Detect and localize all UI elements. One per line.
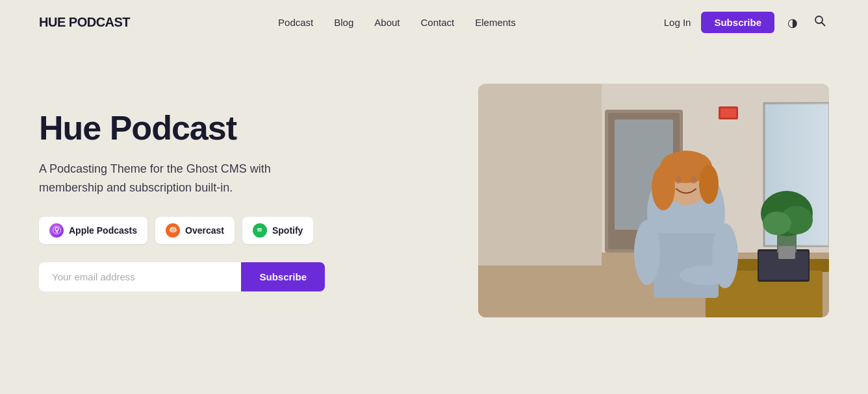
subscribe-form-button[interactable]: Subscribe: [241, 262, 325, 291]
hero-image: [478, 84, 829, 317]
svg-point-31: [652, 165, 675, 210]
hero-section: Hue Podcast A Podcasting Theme for the G…: [0, 45, 868, 369]
svg-rect-13: [478, 84, 602, 265]
apple-podcasts-label: Apple Podcasts: [69, 225, 137, 236]
search-icon: [813, 14, 826, 31]
nav-actions: Log In Subscribe ◑: [664, 12, 829, 33]
hero-content: Hue Podcast A Podcasting Theme for the G…: [39, 110, 364, 291]
nav-link-elements[interactable]: Elements: [475, 17, 516, 28]
svg-line-1: [821, 23, 824, 26]
podcast-badges: Apple Podcasts Overcast: [39, 217, 364, 244]
apple-podcasts-icon: [49, 223, 64, 238]
nav-login-link[interactable]: Log In: [664, 17, 691, 28]
apple-podcasts-badge[interactable]: Apple Podcasts: [39, 217, 147, 244]
svg-point-36: [634, 220, 660, 285]
nav-link-podcast[interactable]: Podcast: [278, 17, 313, 28]
hero-title: Hue Podcast: [39, 110, 364, 147]
site-logo[interactable]: HUE PODCAST: [39, 15, 130, 30]
svg-point-33: [675, 176, 682, 184]
svg-rect-27: [721, 108, 736, 117]
svg-point-38: [680, 265, 732, 285]
spotify-icon: [253, 223, 267, 238]
svg-point-32: [699, 165, 719, 204]
navbar: HUE PODCAST Podcast Blog About Contact E…: [0, 0, 868, 45]
spotify-badge[interactable]: Spotify: [242, 217, 313, 244]
nav-link-about[interactable]: About: [374, 17, 400, 28]
svg-point-34: [691, 176, 697, 184]
subscribe-form: Subscribe: [39, 262, 325, 291]
theme-toggle-button[interactable]: ◑: [785, 13, 800, 32]
search-button[interactable]: [811, 12, 829, 33]
nav-link-blog[interactable]: Blog: [334, 17, 353, 28]
email-input[interactable]: [39, 262, 241, 291]
overcast-badge[interactable]: Overcast: [155, 217, 235, 244]
hero-subtitle: A Podcasting Theme for the Ghost CMS wit…: [39, 160, 325, 197]
svg-rect-25: [778, 246, 795, 259]
nav-subscribe-button[interactable]: Subscribe: [701, 12, 774, 33]
svg-point-2: [55, 228, 58, 231]
overcast-icon: [166, 223, 180, 238]
svg-rect-35: [654, 233, 719, 298]
theme-toggle-icon: ◑: [787, 16, 798, 30]
nav-links: Podcast Blog About Contact Elements: [278, 17, 516, 28]
nav-link-contact[interactable]: Contact: [421, 17, 455, 28]
svg-point-5: [172, 230, 173, 231]
svg-point-24: [763, 212, 791, 235]
overcast-label: Overcast: [185, 225, 224, 236]
spotify-label: Spotify: [272, 225, 303, 236]
